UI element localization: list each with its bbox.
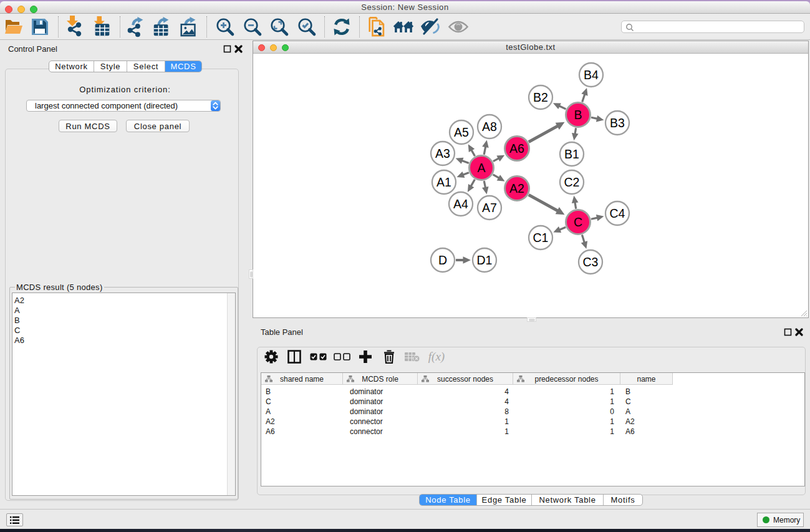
svg-text:B1: B1 [564, 147, 579, 161]
svg-text:B4: B4 [584, 68, 599, 82]
svg-text:A6: A6 [509, 142, 524, 155]
svg-text:D1: D1 [477, 253, 493, 267]
svg-text:C3: C3 [583, 255, 599, 269]
svg-text:B3: B3 [610, 116, 625, 130]
svg-text:C2: C2 [564, 175, 580, 189]
svg-text:B: B [574, 108, 582, 122]
svg-text:A2: A2 [509, 181, 524, 195]
svg-text:A3: A3 [435, 147, 450, 160]
svg-text:D: D [438, 253, 447, 267]
svg-text:A: A [477, 161, 485, 175]
svg-text:A8: A8 [482, 120, 497, 133]
svg-text:A5: A5 [454, 125, 469, 139]
svg-text:C4: C4 [610, 206, 625, 220]
svg-text:B2: B2 [533, 90, 548, 104]
svg-text:A7: A7 [482, 201, 497, 215]
svg-text:C1: C1 [533, 231, 549, 244]
svg-text:C: C [574, 215, 582, 229]
svg-text:A1: A1 [436, 175, 451, 189]
svg-text:A4: A4 [453, 197, 468, 211]
